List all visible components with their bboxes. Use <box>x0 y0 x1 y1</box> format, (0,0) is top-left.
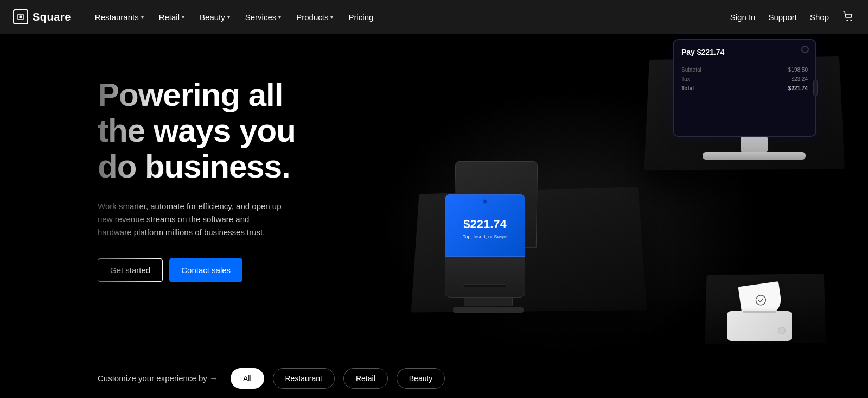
device-terminal: $221.74 Tap, Insert, or Swipe <box>445 194 532 303</box>
cart-icon[interactable] <box>842 10 855 23</box>
terminal-stand <box>464 298 513 306</box>
register-screen: Pay $221.74 Subtotal $198.50 Tax $23.24 … <box>673 39 816 137</box>
customize-label: Customize your experience by → <box>98 374 218 383</box>
get-started-button[interactable]: Get started <box>98 258 163 282</box>
terminal-instruction: Tap, Insert, or Swipe <box>463 234 507 239</box>
filter-beauty[interactable]: Beauty <box>397 368 445 389</box>
register-divider <box>681 62 808 62</box>
logo[interactable]: Square <box>13 9 71 24</box>
customize-bar: Customize your experience by → All Resta… <box>0 358 868 398</box>
logo-icon <box>13 9 28 24</box>
svg-point-2 <box>847 20 848 21</box>
register-camera-dot <box>801 46 809 53</box>
contact-sales-button[interactable]: Contact sales <box>169 258 242 282</box>
device-register: Pay $221.74 Subtotal $198.50 Tax $23.24 … <box>673 39 835 180</box>
chevron-down-icon: ▾ <box>182 14 184 20</box>
chevron-down-icon: ▾ <box>141 14 144 20</box>
nav-right: Sign In Support Shop <box>730 10 855 23</box>
hero-headline: Powering all the ways you do business. <box>98 77 304 185</box>
register-base <box>703 152 806 160</box>
logo-text: Square <box>33 11 71 23</box>
printer-body <box>727 311 792 341</box>
register-side-button <box>813 80 818 96</box>
terminal-body <box>445 257 525 298</box>
card-slot <box>463 284 507 287</box>
paper-slot <box>743 311 776 313</box>
svg-point-4 <box>755 295 765 306</box>
terminal-screen: $221.74 Tap, Insert, or Swipe <box>445 194 525 257</box>
svg-point-3 <box>851 20 852 21</box>
register-neck <box>741 137 768 152</box>
nav-item-retail[interactable]: Retail ▾ <box>152 8 191 26</box>
nav-item-pricing[interactable]: Pricing <box>342 8 380 26</box>
device-printer <box>722 279 797 338</box>
register-row-1: Subtotal $198.50 <box>681 67 808 73</box>
nav-links: Restaurants ▾ Retail ▾ Beauty ▾ Services… <box>88 8 730 26</box>
chevron-down-icon: ▾ <box>330 14 333 20</box>
register-pay-text: Pay $221.74 <box>681 48 808 56</box>
hero-section: Powering all the ways you do business. W… <box>0 34 868 398</box>
terminal-amount: $221.74 <box>463 217 507 231</box>
filter-all[interactable]: All <box>231 368 264 389</box>
nav-item-products[interactable]: Products ▾ <box>290 8 340 26</box>
nav-signin[interactable]: Sign In <box>730 12 756 22</box>
svg-rect-1 <box>20 16 22 18</box>
nav-item-restaurants[interactable]: Restaurants ▾ <box>88 8 150 26</box>
filter-restaurant[interactable]: Restaurant <box>273 368 335 389</box>
nav-shop[interactable]: Shop <box>810 12 829 22</box>
hero-content: Powering all the ways you do business. W… <box>98 77 304 282</box>
nav-item-services[interactable]: Services ▾ <box>239 8 288 26</box>
nav-support[interactable]: Support <box>768 12 797 22</box>
square-icon <box>17 13 24 21</box>
filter-retail[interactable]: Retail <box>343 368 388 389</box>
printer-button <box>778 327 786 334</box>
hero-buttons: Get started Contact sales <box>98 258 304 282</box>
register-row-2: Tax $23.24 <box>681 76 808 82</box>
hero-subtext: Work smarter, automate for efficiency, a… <box>98 200 282 239</box>
nav-item-beauty[interactable]: Beauty ▾ <box>193 8 237 26</box>
register-row-3: Total $221.74 <box>681 85 808 91</box>
chevron-down-icon: ▾ <box>227 14 230 20</box>
navbar: Square Restaurants ▾ Retail ▾ Beauty ▾ S… <box>0 0 868 34</box>
chevron-down-icon: ▾ <box>278 14 281 20</box>
terminal-base <box>453 307 524 313</box>
terminal-camera <box>483 199 487 204</box>
checkmark-icon <box>753 293 768 307</box>
hero-devices: $221.74 Tap, Insert, or Swipe Pay $221.7… <box>380 34 868 398</box>
